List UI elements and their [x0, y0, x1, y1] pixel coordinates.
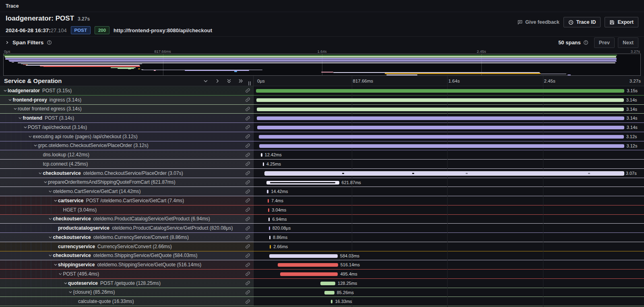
- span-name-cell[interactable]: checkoutserviceoteldemo.ShippingService/…: [0, 251, 254, 260]
- span-row[interactable]: frontend-proxyingress (3.14s)3.14s: [0, 95, 644, 105]
- span-timeline-cell[interactable]: 16.33ms: [254, 297, 644, 306]
- span-link-icon[interactable]: [243, 170, 253, 176]
- collapse-chevron-icon[interactable]: [58, 272, 63, 276]
- span-link-icon[interactable]: [243, 244, 253, 249]
- span-row[interactable]: cartservicePOST /oteldemo.CartService/Ge…: [0, 196, 644, 205]
- span-link-icon[interactable]: [243, 152, 253, 158]
- collapse-chevron-icon[interactable]: [23, 125, 28, 129]
- span-bar[interactable]: [269, 236, 270, 239]
- collapse-chevron-icon[interactable]: [53, 199, 58, 203]
- collapse-chevron-icon[interactable]: [2, 89, 8, 93]
- span-bar[interactable]: [256, 89, 624, 93]
- span-timeline-cell[interactable]: 3.15s: [254, 86, 644, 95]
- span-name-cell[interactable]: tcp.connect (4.25ms): [0, 160, 254, 168]
- span-timeline-cell[interactable]: 516.14ms: [254, 260, 644, 269]
- collapse-chevron-icon[interactable]: [18, 116, 23, 120]
- span-link-icon[interactable]: [243, 226, 253, 231]
- prev-button[interactable]: Prev: [594, 37, 615, 48]
- span-link-icon[interactable]: [243, 189, 253, 194]
- span-name-cell[interactable]: quoteservicePOST /getquote (128.25ms): [0, 279, 254, 288]
- span-link-icon[interactable]: [243, 180, 253, 185]
- span-link-icon[interactable]: [243, 207, 253, 212]
- collapse-chevron-icon[interactable]: [68, 290, 73, 294]
- span-link-icon[interactable]: [243, 116, 253, 121]
- next-button[interactable]: Next: [618, 37, 638, 48]
- span-name-cell[interactable]: grpc.oteldemo.CheckoutService/PlaceOrder…: [0, 141, 254, 150]
- span-link-icon[interactable]: [243, 198, 253, 203]
- collapse-chevron-icon[interactable]: [63, 281, 68, 285]
- span-name-cell[interactable]: {closure} (85.26ms): [0, 288, 254, 297]
- span-name-cell[interactable]: checkoutserviceoteldemo.ProductCatalogSe…: [0, 215, 254, 224]
- span-bar[interactable]: [266, 181, 339, 185]
- span-timeline-cell[interactable]: 3.14s: [254, 95, 644, 104]
- span-link-icon[interactable]: [243, 299, 253, 304]
- span-link-icon[interactable]: [243, 253, 253, 258]
- trace-id-button[interactable]: Trace ID: [564, 17, 601, 27]
- span-timeline-cell[interactable]: 3.07s: [254, 169, 644, 178]
- minimap-canvas[interactable]: [3, 54, 641, 76]
- collapse-chevron-icon[interactable]: [48, 235, 53, 239]
- span-name-cell[interactable]: oteldemo.CartService/GetCart (14.42ms): [0, 187, 254, 196]
- span-bar[interactable]: [324, 291, 334, 295]
- collapse-chevron-icon[interactable]: [8, 98, 13, 102]
- span-row[interactable]: frontendPOST (3.14s)3.14s: [0, 114, 644, 123]
- span-name-cell[interactable]: currencyserviceCurrencyService/Convert (…: [0, 242, 254, 251]
- span-link-icon[interactable]: [243, 216, 253, 222]
- expand-all-icon[interactable]: [238, 78, 244, 84]
- span-timeline-cell[interactable]: 12.42ms: [254, 150, 644, 159]
- collapse-chevron-icon[interactable]: [48, 217, 53, 221]
- span-bar[interactable]: [257, 126, 624, 129]
- span-timeline-cell[interactable]: 3.12s: [254, 141, 644, 150]
- span-name-cell[interactable]: calculate-quote (16.33ms): [0, 297, 254, 306]
- expand-one-icon[interactable]: [215, 78, 220, 84]
- span-timeline-cell[interactable]: 128.25ms: [254, 279, 644, 288]
- span-bar[interactable]: [261, 153, 262, 157]
- span-timeline-cell[interactable]: 2.66ms: [254, 242, 644, 251]
- span-row[interactable]: shippingserviceoteldemo.ShippingService/…: [0, 260, 644, 270]
- span-timeline-cell[interactable]: 3.14s: [254, 114, 644, 122]
- collapse-chevron-icon[interactable]: [48, 253, 53, 257]
- span-row[interactable]: grpc.oteldemo.CheckoutService/PlaceOrder…: [0, 141, 644, 151]
- span-bar[interactable]: [268, 208, 269, 212]
- span-timeline-cell[interactable]: 85.26ms: [254, 288, 644, 297]
- span-timeline-cell[interactable]: 495.4ms: [254, 270, 644, 278]
- info-icon[interactable]: [47, 40, 52, 45]
- collapse-one-icon[interactable]: [203, 78, 208, 84]
- span-row[interactable]: productcatalogserviceoteldemo.ProductCat…: [0, 224, 644, 233]
- collapse-chevron-icon[interactable]: [43, 180, 48, 184]
- span-name-cell[interactable]: POST /api/checkout (3.14s): [0, 123, 254, 132]
- span-link-icon[interactable]: [243, 106, 253, 112]
- span-link-icon[interactable]: [243, 234, 253, 240]
- span-row[interactable]: checkoutserviceoteldemo.ShippingService/…: [0, 251, 644, 261]
- span-name-cell[interactable]: prepareOrderItemsAndShippingQuoteFromCar…: [0, 178, 254, 187]
- span-filters-toggle[interactable]: Span Filters: [5, 39, 52, 46]
- span-bar[interactable]: [269, 226, 270, 230]
- span-timeline-cell[interactable]: 621.87ms: [254, 178, 644, 187]
- span-bar[interactable]: [259, 135, 623, 139]
- span-row[interactable]: tcp.connect (4.25ms)4.25ms: [0, 160, 644, 169]
- span-timeline-cell[interactable]: 3.14s: [254, 123, 644, 132]
- span-bar[interactable]: [269, 254, 338, 258]
- span-timeline-cell[interactable]: 8.86ms: [254, 233, 644, 242]
- span-bar[interactable]: [256, 98, 623, 102]
- span-row[interactable]: oteldemo.CartService/GetCart (14.42ms)14…: [0, 187, 644, 196]
- span-row[interactable]: quoteservicePOST /getquote (128.25ms)128…: [0, 279, 644, 288]
- span-name-cell[interactable]: checkoutserviceoteldemo.CurrencyService/…: [0, 233, 254, 242]
- span-bar[interactable]: [264, 171, 624, 176]
- span-bar[interactable]: [280, 272, 338, 276]
- span-bar[interactable]: [263, 162, 264, 166]
- span-row[interactable]: prepareOrderItemsAndShippingQuoteFromCar…: [0, 178, 644, 187]
- span-row[interactable]: HGET (3.04ms)3.04ms: [0, 205, 644, 215]
- span-timeline-cell[interactable]: 820.08μs: [254, 224, 644, 232]
- column-resize-handle[interactable]: [248, 81, 251, 85]
- span-bar[interactable]: [268, 199, 269, 203]
- span-bar[interactable]: [331, 300, 333, 303]
- collapse-chevron-icon[interactable]: [12, 107, 18, 111]
- span-bar[interactable]: [259, 144, 624, 148]
- span-link-icon[interactable]: [243, 134, 253, 139]
- span-link-icon[interactable]: [243, 280, 253, 286]
- span-timeline-cell[interactable]: 14.42ms: [254, 187, 644, 196]
- span-row[interactable]: checkoutserviceoteldemo.CheckoutService/…: [0, 169, 644, 178]
- collapse-chevron-icon[interactable]: [33, 143, 38, 147]
- span-row[interactable]: checkoutserviceoteldemo.ProductCatalogSe…: [0, 215, 644, 224]
